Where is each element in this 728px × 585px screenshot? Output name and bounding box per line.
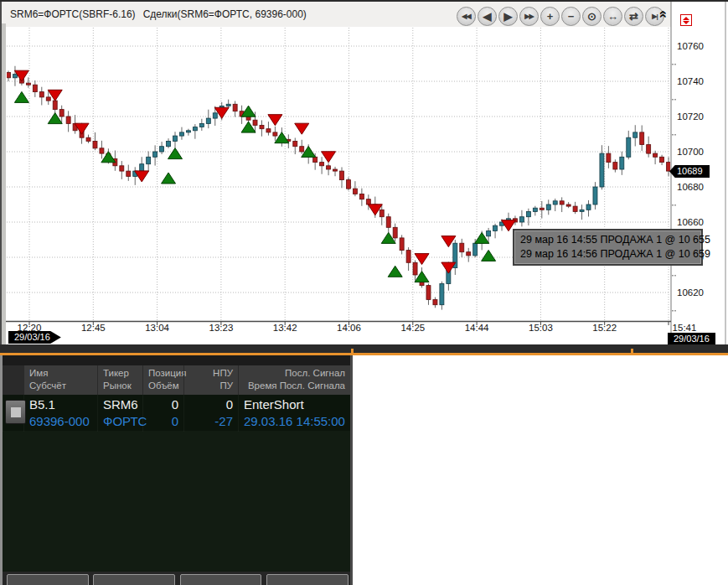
y-axis-label: 10740 xyxy=(677,76,704,86)
y-minor-tick xyxy=(674,134,676,136)
splitter-handle[interactable] xyxy=(631,349,633,355)
col-header-pnl[interactable]: НПУ ПУ xyxy=(183,365,238,395)
candle-body xyxy=(633,132,638,137)
cell-ticker: SRM6 ФОРТС xyxy=(97,395,142,432)
table-row[interactable]: B5.1 69396-000 SRM6 ФОРТС 0 0 0 -27 Ente… xyxy=(3,395,350,431)
collapse-chevrons-icon[interactable]: « xyxy=(659,6,673,23)
sell-marker-icon xyxy=(268,115,282,126)
candle-body xyxy=(493,225,498,230)
empty-workspace-area xyxy=(353,355,728,585)
candle-body xyxy=(233,104,237,111)
candle-body xyxy=(553,201,557,204)
y-axis-label: 10760 xyxy=(677,41,704,51)
cell-pnl: 0 -27 xyxy=(183,395,238,432)
candle-body xyxy=(193,127,197,131)
candle-body xyxy=(39,92,44,97)
candle-body xyxy=(93,141,97,148)
candle-body xyxy=(59,110,64,116)
candle-body xyxy=(379,210,384,216)
x-axis-label: 13:23 xyxy=(209,323,234,333)
candle-body xyxy=(566,204,571,206)
y-axis-label: 10700 xyxy=(677,147,704,157)
candle-body xyxy=(327,166,331,169)
buy-marker-icon xyxy=(162,173,176,184)
candle-body xyxy=(519,217,524,222)
col-header-position[interactable]: Позиция Объём xyxy=(142,365,183,395)
y-axis-label: 10620 xyxy=(677,287,704,298)
candle-body xyxy=(613,163,617,169)
footer-button-1[interactable] xyxy=(7,574,89,585)
x-axis-label: 15:22 xyxy=(592,323,617,333)
window-top-border xyxy=(0,0,728,2)
candle-body xyxy=(260,126,264,129)
col-header-ticker[interactable]: Тикер Рынок xyxy=(97,365,142,395)
candle-body xyxy=(526,211,530,216)
footer-button-4[interactable] xyxy=(266,574,349,585)
y-minor-tick xyxy=(672,310,674,312)
candle-body xyxy=(573,206,577,211)
candle-body xyxy=(140,164,144,171)
candle-body xyxy=(186,131,190,132)
candle-body xyxy=(460,243,464,252)
candle-body xyxy=(173,136,178,141)
x-axis-label: 15:41 xyxy=(673,323,697,333)
candle-body xyxy=(160,147,164,152)
row-checkbox[interactable] xyxy=(5,400,26,424)
candle-body xyxy=(473,243,478,256)
last-price-tag: 10689 xyxy=(669,165,710,178)
candle-body xyxy=(400,238,404,251)
footer-button-3[interactable] xyxy=(180,574,261,585)
chart-svg[interactable]: 12:2012:4513:0413:2313:4214:0614:2514:44… xyxy=(0,0,728,348)
candle-body xyxy=(86,137,90,141)
candle-body xyxy=(433,299,437,304)
y-axis-label: 10720 xyxy=(677,111,704,122)
candle-body xyxy=(206,118,210,123)
x-axis-label: 15:03 xyxy=(529,323,553,333)
candle-body xyxy=(226,104,230,106)
candle-body xyxy=(600,153,604,187)
col-header-name[interactable]: Имя Субсчёт xyxy=(23,365,97,395)
cell-last-signal: EnterShort 29.03.16 14:55:00 xyxy=(238,395,350,432)
col-header-select[interactable] xyxy=(3,365,23,395)
buy-marker-icon xyxy=(388,266,402,277)
footer-button-2[interactable] xyxy=(93,574,175,585)
y-minor-tick xyxy=(672,64,674,65)
candle-body xyxy=(546,204,550,210)
row-select-cell xyxy=(3,395,23,432)
candle-body xyxy=(53,101,57,110)
x-axis-label: 14:25 xyxy=(400,323,425,333)
buy-marker-icon xyxy=(14,91,28,102)
trade-tooltip-line: 29 мар 16 14:56 ПРОДАЖА 1 @ 10 659 xyxy=(520,247,695,261)
candle-body xyxy=(33,85,37,91)
candle-body xyxy=(346,180,350,189)
window-splitter[interactable] xyxy=(0,348,728,355)
col-header-last-signal[interactable]: Посл. Сигнал Время Посл. Сигнала xyxy=(238,365,350,395)
candle-body xyxy=(353,189,357,194)
candle-body xyxy=(580,210,584,211)
y-minor-tick xyxy=(672,134,674,136)
candle-body xyxy=(26,83,30,85)
autoscale-icon[interactable] xyxy=(680,14,692,26)
candle-body xyxy=(607,153,611,163)
candle-body xyxy=(46,97,50,101)
cell-name: B5.1 69396-000 xyxy=(23,395,97,432)
cell-position: 0 0 xyxy=(142,395,183,432)
candle-body xyxy=(313,157,318,162)
app-root: SRM6=ФОРТС(SBRF-6.16)Сделки(SRM6=ФОРТС, … xyxy=(0,0,728,585)
candle-body xyxy=(167,141,171,146)
candle-body xyxy=(66,116,70,123)
candle-body xyxy=(647,145,651,154)
y-minor-tick xyxy=(674,310,676,312)
checkbox-square-icon xyxy=(11,407,21,417)
candle-body xyxy=(300,147,304,152)
candle-body xyxy=(179,132,183,136)
splitter-handle[interactable] xyxy=(351,349,354,355)
x-axis-label: 12:45 xyxy=(81,323,106,333)
candle-body xyxy=(147,157,151,163)
candle-body xyxy=(333,169,338,171)
candle-body xyxy=(467,252,471,256)
trade-tooltip-line: 29 мар 16 14:55 ПРОДАЖА 1 @ 10 655 xyxy=(520,233,695,247)
candle-body xyxy=(627,137,631,157)
candle-body xyxy=(126,171,131,176)
candle-body xyxy=(593,187,597,204)
